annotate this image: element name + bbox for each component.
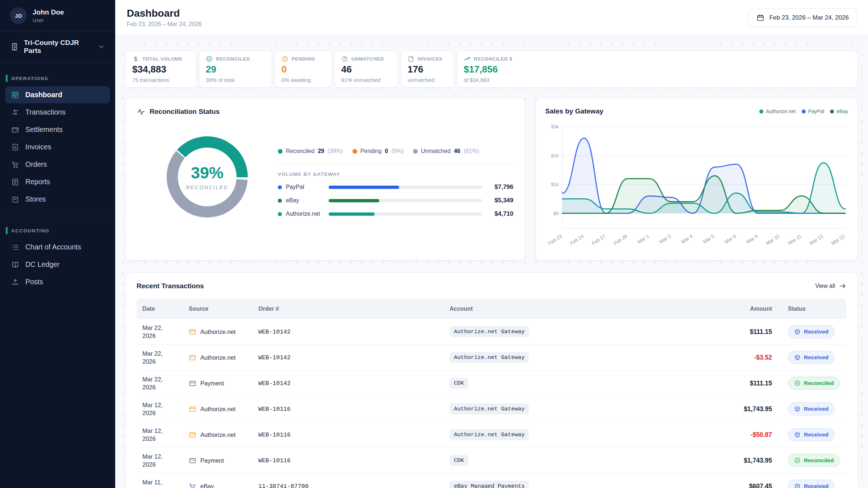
cell-order-number: WEB-10142 [253, 354, 444, 361]
invoice-icon: $ [11, 143, 19, 151]
org-selector[interactable]: Tri-County CDJR Parts [0, 32, 115, 62]
sidebar-item-orders[interactable]: Orders [5, 156, 110, 173]
cart-icon [189, 483, 196, 488]
table-row[interactable]: Mar 12, 2026 Payment WEB-10116 CDK $1,74… [137, 448, 847, 473]
cell-status: Received [782, 428, 847, 441]
cell-amount: $111.15 [704, 380, 782, 387]
status-label: Received [804, 431, 829, 438]
kpi-card-invoices: INVOICES 176 unmatched [401, 50, 454, 88]
reconciliation-donut-chart: 39% RECONCILED [167, 136, 248, 218]
view-all-link[interactable]: View all [815, 282, 847, 290]
app-root: JD John Doe User Tri-County CDJR Parts O… [0, 0, 868, 488]
svg-text:Feb 24: Feb 24 [569, 233, 585, 246]
sidebar-item-settlements[interactable]: Settlements [5, 121, 110, 138]
account-chip: Authorize.net Gateway [450, 404, 529, 414]
status-badge: Received [788, 480, 835, 488]
legend-label: Authorize.net [766, 108, 796, 114]
page-header: Dashboard Feb 23, 2026 – Mar 24, 2026 Fe… [115, 0, 868, 36]
legend-label: PayPal [808, 108, 824, 114]
sales-legend-item-authorize-net: Authorize.net [759, 108, 796, 114]
check-circle-icon [206, 55, 213, 62]
section-label-text: ACCOUNTING [11, 228, 50, 233]
table-row[interactable]: Mar 12, 2026 Authorize.net WEB-10116 Aut… [137, 422, 847, 448]
package-icon [794, 431, 801, 438]
cell-status: Received [782, 325, 847, 338]
volume-by-gateway-title: VOLUME BY GATEWAY [278, 171, 513, 177]
legend-value: 46 [454, 148, 460, 154]
legend-dot [278, 149, 283, 154]
source-label: Authorize.net [200, 431, 235, 438]
arrow-right-icon [839, 282, 847, 290]
column-header-date: Date [137, 306, 183, 312]
kpi-value: 46 [341, 64, 391, 75]
gateway-value: $4,710 [482, 210, 513, 218]
svg-text:$3k: $3k [551, 124, 559, 129]
cell-status: Received [782, 480, 847, 488]
cell-account: Authorize.net Gateway [444, 326, 704, 337]
table-row[interactable]: Mar 22, 2026 Payment WEB-10142 CDK $111.… [137, 371, 847, 396]
svg-text:Mar 12: Mar 12 [809, 233, 824, 246]
source-label: Authorize.net [200, 406, 235, 413]
book-icon [11, 261, 19, 269]
status-badge: Received [788, 325, 835, 338]
table-row[interactable]: Mar 12, 2026 Authorize.net WEB-10116 Aut… [137, 396, 847, 422]
sidebar-item-dashboard[interactable]: Dashboard [5, 86, 110, 103]
kpi-value: 29 [206, 64, 265, 75]
card-icon [189, 405, 196, 413]
table-row[interactable]: Mar 11, 2026 eBay 11-38741-87700 eBay Ma… [137, 473, 847, 488]
svg-text:$: $ [14, 145, 16, 149]
gateway-bar-ebay: eBay $5,349 [278, 197, 513, 204]
kpi-label: RECONCILED $ [474, 56, 512, 62]
cell-account: CDK [444, 455, 704, 466]
building-icon [10, 42, 19, 51]
sidebar-item-label: Settlements [25, 125, 63, 134]
sales-legend-item-ebay: eBay [830, 108, 848, 114]
column-header-account: Account [444, 306, 704, 312]
sidebar-item-invoices[interactable]: $ Invoices [5, 138, 110, 156]
user-profile[interactable]: JD John Doe User [0, 0, 115, 32]
svg-text:Mar 4: Mar 4 [680, 233, 694, 244]
list-icon [11, 243, 19, 251]
sales-card-title: Sales by Gateway [545, 107, 604, 115]
swap-icon [11, 108, 19, 116]
sidebar-item-dc-ledger[interactable]: DC Ledger [5, 256, 110, 273]
source-label: Payment [200, 457, 224, 464]
svg-text:Mar 6: Mar 6 [724, 233, 737, 245]
gateway-bars: PayPal $7,796 eBay $5,349 Authorize.net … [278, 183, 513, 218]
status-label: Received [804, 328, 829, 335]
sidebar: JD John Doe User Tri-County CDJR Parts O… [0, 0, 115, 488]
sales-legend-item-paypal: PayPal [802, 108, 824, 114]
gateway-bar-authorize-net: Authorize.net $4,710 [278, 210, 513, 218]
status-label: Reconciled [804, 457, 834, 464]
status-label: Received [804, 483, 829, 488]
sidebar-item-chart-of-accounts[interactable]: Chart of Accounts [5, 239, 110, 256]
transactions-table: DateSourceOrder #AccountAmountStatus Mar… [137, 299, 847, 488]
table-row[interactable]: Mar 22, 2026 Authorize.net WEB-10142 Aut… [137, 319, 847, 345]
cell-account: Authorize.net Gateway [444, 404, 704, 414]
cell-date: Mar 22, 2026 [137, 375, 183, 392]
legend-dot [830, 109, 834, 113]
kpi-card-total-volume: TOTAL VOLUME $34,883 75 transactions [125, 50, 196, 88]
page-title: Dashboard [127, 8, 201, 19]
kpi-label: UNMATCHED [351, 56, 384, 62]
cell-amount: $1,743.95 [704, 457, 782, 464]
svg-text:Feb 27: Feb 27 [591, 233, 606, 246]
sidebar-item-label: Chart of Accounts [25, 243, 81, 251]
date-range-button[interactable]: Feb 23, 2026 – Mar 24, 2026 [748, 8, 857, 27]
sidebar-item-transactions[interactable]: Transactions [5, 104, 110, 121]
kpi-label: PENDING [292, 56, 315, 62]
svg-text:Mar 3: Mar 3 [659, 233, 672, 245]
sidebar-item-posts[interactable]: Posts [5, 273, 110, 290]
gateway-dot [278, 185, 282, 189]
account-chip: Authorize.net Gateway [450, 352, 529, 363]
sidebar-item-stores[interactable]: Stores [5, 191, 110, 208]
sidebar-item-reports[interactable]: Reports [5, 173, 110, 190]
sidebar-item-label: Stores [25, 195, 46, 203]
help-circle-icon [341, 55, 348, 62]
table-row[interactable]: Mar 22, 2026 Authorize.net WEB-10142 Aut… [137, 345, 847, 371]
legend-item-unmatched: Unmatched 46 (61%) [413, 148, 479, 154]
legend-label: Reconciled [286, 148, 314, 154]
legend-label: eBay [836, 108, 848, 114]
view-all-label: View all [815, 283, 835, 289]
svg-text:$1k: $1k [551, 182, 559, 187]
